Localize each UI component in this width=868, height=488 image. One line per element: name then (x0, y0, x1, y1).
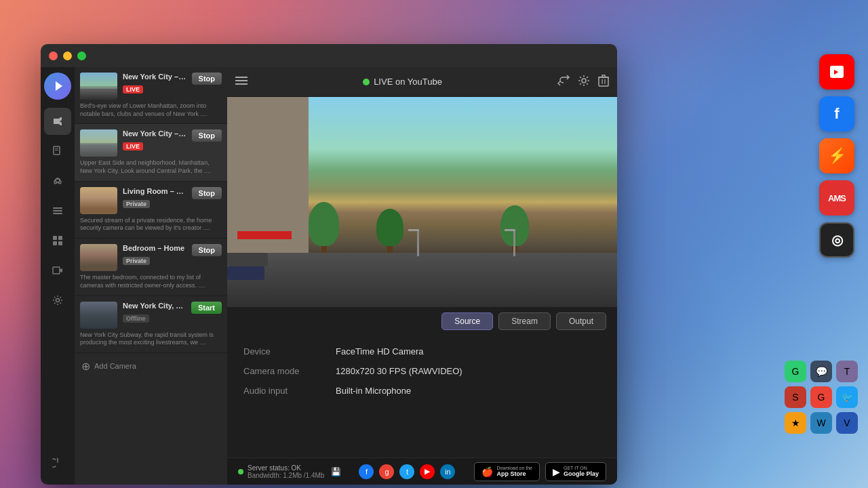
svg-point-18 (582, 79, 586, 83)
disk-icon: 💾 (331, 467, 341, 476)
nav-grid[interactable] (44, 227, 71, 254)
appstore-sub: Download on the (496, 466, 532, 470)
social-twitter[interactable]: t (399, 464, 414, 479)
social-google[interactable]: g (379, 464, 394, 479)
mini-icon-5[interactable]: G (810, 386, 832, 408)
googleplay-badge[interactable]: ▶ GET IT ON Google Play (545, 462, 606, 481)
camera-name-3: Bedroom – Home (123, 244, 186, 252)
minimize-button[interactable] (63, 52, 72, 60)
camera-list: New York City – Birds Eye LIVE Stop Bird… (75, 67, 227, 485)
camera-stop-button-3[interactable]: Stop (192, 244, 222, 256)
maximize-button[interactable] (77, 52, 86, 60)
nav-sidebar (41, 67, 75, 485)
info-panel: Device FaceTime HD Camera Camera mode 12… (227, 336, 617, 458)
camera-stop-button-0[interactable]: Stop (192, 73, 222, 85)
camera-stop-button-2[interactable]: Stop (192, 187, 222, 199)
camera-name-2: Living Room – Home (123, 187, 186, 195)
nav-logo[interactable] (44, 73, 71, 100)
nav-power[interactable] (44, 449, 71, 476)
server-status-text: Server status: OK (248, 464, 324, 472)
nav-cameras[interactable] (44, 108, 71, 135)
mini-icon-7[interactable]: ★ (785, 412, 806, 434)
device-row: Device FaceTime HD Camera (243, 346, 601, 357)
appstore-badge[interactable]: 🍎 Download on the App Store (474, 462, 540, 481)
svg-rect-10 (53, 241, 57, 245)
streetlight-2 (513, 229, 515, 256)
social-linkedin[interactable]: in (440, 464, 455, 479)
nav-location[interactable] (44, 167, 71, 195)
camera-desc-0: Bird's-eye view of Lower Manhattan, zoom… (80, 102, 222, 118)
camera-mode-row: Camera mode 868x488 30 FPS (RAWVIDEO) (243, 366, 601, 376)
camera-name-4: New York City, Subway (123, 302, 186, 310)
svg-rect-11 (58, 241, 62, 245)
close-button[interactable] (49, 52, 58, 60)
street (227, 253, 617, 307)
nav-list[interactable] (44, 197, 71, 224)
top-bar: LIVE on YouTube (227, 67, 617, 97)
svg-rect-9 (58, 236, 62, 240)
social-facebook[interactable]: f (359, 464, 374, 479)
camera-item-4[interactable]: New York City, Subway Offline Start New … (75, 296, 227, 353)
awning (237, 231, 292, 239)
social-youtube[interactable]: ▶ (420, 464, 435, 479)
tab-source[interactable]: Source (441, 312, 493, 330)
video-scene (227, 97, 617, 307)
device-value: FaceTime HD Camera (336, 346, 424, 357)
controls-bar: Source Stream Output (227, 307, 617, 336)
googleplay-sub: GET IT ON (564, 466, 599, 470)
status-bar: Server status: OK Bandwidth: 1.2Mb /1.4M… (227, 458, 617, 485)
menu-icon[interactable] (235, 76, 248, 88)
camera-item-0[interactable]: New York City – Birds Eye LIVE Stop Bird… (75, 67, 227, 124)
add-camera-button[interactable]: ⊕ Add Camera (75, 353, 227, 380)
camera-mode-label: Camera mode (243, 366, 325, 376)
camera-stop-button-1[interactable]: Stop (192, 129, 222, 142)
audio-input-value: Built-in Microphone (336, 386, 411, 396)
camera-mode-value: 868x488 30 FPS (RAWVIDEO) (336, 366, 462, 376)
car-1 (227, 253, 268, 266)
svg-rect-12 (53, 267, 60, 274)
apple-icon: 🍎 (481, 466, 493, 477)
nav-settings[interactable] (44, 287, 71, 314)
tab-stream[interactable]: Stream (498, 312, 551, 330)
camera-desc-2: Secured stream of a private residence, t… (80, 217, 222, 232)
right-dock: f ⚡ AMS ◎ (819, 54, 854, 258)
camera-name-1: New York City – UES (123, 129, 186, 138)
settings-icon[interactable] (578, 75, 590, 89)
top-bar-actions (557, 75, 609, 89)
googleplay-main: Google Play (564, 470, 599, 477)
delete-icon[interactable] (598, 75, 609, 89)
video-preview (227, 97, 617, 307)
camera-item-1[interactable]: New York City – UES LIVE Stop Upper East… (75, 124, 227, 181)
nav-book[interactable] (44, 138, 71, 165)
camera-item-3[interactable]: Bedroom – Home Private Stop The master b… (75, 239, 227, 296)
nav-video[interactable] (44, 257, 71, 284)
main-content: LIVE on YouTube (227, 67, 617, 485)
mini-icon-3[interactable]: T (836, 361, 858, 382)
mini-icon-1[interactable]: G (785, 361, 806, 382)
dock-lightning[interactable]: ⚡ (819, 138, 854, 174)
camera-thumb-2 (80, 187, 117, 214)
camera-status-0: LIVE (123, 85, 143, 94)
mini-icon-6[interactable]: 🐦 (836, 386, 858, 408)
share-icon[interactable] (557, 75, 570, 89)
dock-youtube[interactable] (819, 54, 854, 89)
dock-facebook[interactable]: f (819, 96, 854, 131)
dock-sniper[interactable]: ◎ (819, 222, 854, 258)
svg-rect-7 (53, 213, 62, 214)
car-2 (227, 266, 264, 280)
tab-output[interactable]: Output (556, 312, 606, 330)
mini-icon-4[interactable]: S (785, 386, 806, 408)
mini-icon-2[interactable]: 💬 (810, 361, 832, 382)
store-badges: 🍎 Download on the App Store ▶ GET IT ON … (474, 462, 606, 481)
camera-name-0: New York City – Birds Eye (123, 73, 186, 81)
mini-icon-8[interactable]: W (810, 412, 832, 434)
camera-status-4: Offline (123, 314, 149, 323)
app-window: New York City – Birds Eye LIVE Stop Bird… (41, 44, 617, 485)
title-bar (41, 44, 617, 67)
dock-ams[interactable]: AMS (819, 180, 854, 216)
svg-rect-6 (53, 210, 62, 211)
camera-thumb-4 (80, 302, 117, 329)
camera-start-button-4[interactable]: Start (191, 302, 222, 314)
mini-icon-9[interactable]: V (836, 412, 858, 434)
camera-item-2[interactable]: Living Room – Home Private Stop Secured … (75, 182, 227, 239)
